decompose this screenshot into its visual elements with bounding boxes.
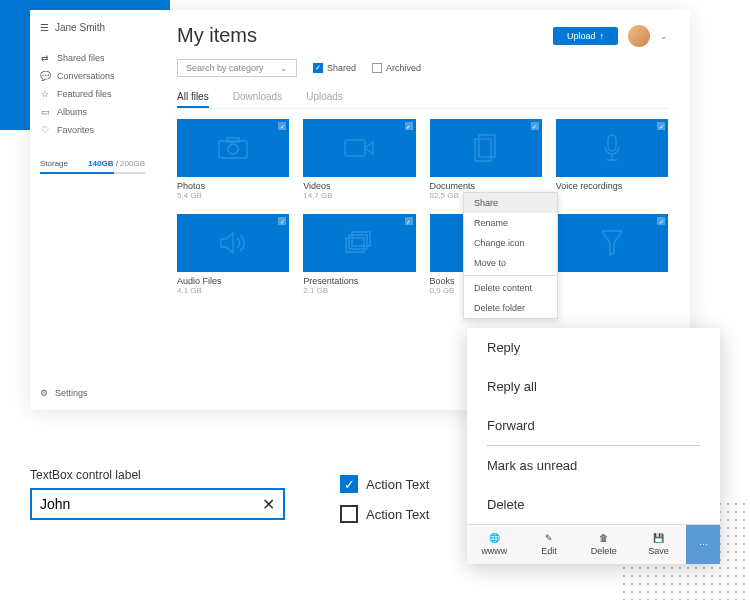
tab-downloads[interactable]: Downloads [233,87,282,108]
sidebar-item-shared[interactable]: ⇄Shared files [40,49,145,67]
card-thumb: ✓ [177,214,289,272]
checkbox-action-1[interactable]: ✓Action Text [340,475,429,493]
storage-widget: Storage 140GB / 200GB [40,159,145,174]
category-select[interactable]: Search by category⌄ [177,59,297,77]
sidebar-item-albums[interactable]: ▭Albums [40,103,145,121]
trash-icon: 🗑 [599,533,608,543]
gear-icon: ⚙ [40,388,48,398]
menu-mark-unread[interactable]: Mark as unread [467,446,720,485]
textbox-label: TextBox control label [30,468,141,482]
checkbox-icon [340,505,358,523]
globe-icon: 🌐 [489,533,500,543]
check-icon: ✓ [278,122,286,130]
card-size: 14,7 GB [303,191,415,200]
sidebar: ☰ Jane Smith ⇄Shared files 💬Conversation… [30,10,155,410]
card-thumb: ✓ [556,119,668,177]
storage-bar [40,172,145,174]
svg-rect-2 [227,138,239,142]
card-name: Presentations [303,276,415,286]
share-icon: ⇄ [40,53,50,63]
sidebar-item-conversations[interactable]: 💬Conversations [40,67,145,85]
textbox[interactable]: ✕ [30,488,285,520]
shared-checkbox[interactable]: ✓Shared [313,63,356,73]
hamburger-icon[interactable]: ☰ [40,22,49,33]
checkbox-icon: ✓ [313,63,323,73]
file-card[interactable]: ✓Voice recordings [556,119,668,200]
toolbar-edit[interactable]: ✎Edit [522,525,577,564]
checkbox-action-2[interactable]: Action Text [340,505,429,523]
ctx-rename[interactable]: Rename [464,213,557,233]
menu-reply-all[interactable]: Reply all [467,367,720,406]
card-thumb: ✓ [303,214,415,272]
card-name: Voice recordings [556,181,668,191]
textbox-input[interactable] [40,496,262,512]
sidebar-item-favorites[interactable]: ♡Favorites [40,121,145,139]
chevron-down-icon[interactable]: ⌄ [660,31,668,41]
checkbox-icon: ✓ [340,475,358,493]
ctx-delete-folder[interactable]: Delete folder [464,298,557,318]
card-thumb: ✓ [556,214,668,272]
menu-delete[interactable]: Delete [467,485,720,524]
file-card[interactable]: ✓Presentations2,1 GB [303,214,415,295]
archived-checkbox[interactable]: Archived [372,63,421,73]
card-name: Videos [303,181,415,191]
action-toolbar: 🌐wwww ✎Edit 🗑Delete 💾Save ⋯ [467,524,720,564]
ctx-share[interactable]: Share [464,193,557,213]
toolbar-wwww[interactable]: 🌐wwww [467,525,522,564]
check-icon: ✓ [657,122,665,130]
check-icon: ✓ [405,122,413,130]
card-thumb: ✓ [303,119,415,177]
card-size: 4,1 GB [177,286,289,295]
tabs: All files Downloads Uploads [177,87,668,109]
file-card[interactable]: ✓Videos14,7 GB [303,119,415,200]
ctx-delete-content[interactable]: Delete content [464,278,557,298]
avatar[interactable] [628,25,650,47]
svg-rect-3 [345,140,365,156]
upload-icon: ↑ [600,31,605,41]
user-header[interactable]: ☰ Jane Smith [40,22,145,33]
card-thumb: ✓ [177,119,289,177]
toolbar-save[interactable]: 💾Save [631,525,686,564]
storage-label: Storage [40,159,68,168]
card-name: Audio Files [177,276,289,286]
file-card[interactable]: ✓ [556,214,668,295]
toolbar-delete[interactable]: 🗑Delete [577,525,632,564]
save-icon: 💾 [653,533,664,543]
clear-icon[interactable]: ✕ [262,495,275,514]
upload-button[interactable]: Upload↑ [553,27,618,45]
svg-rect-6 [608,135,616,151]
file-card[interactable]: ✓Audio Files4,1 GB [177,214,289,295]
star-icon: ☆ [40,89,50,99]
card-size: 5,4 GB [177,191,289,200]
sidebar-item-featured[interactable]: ☆Featured files [40,85,145,103]
tab-uploads[interactable]: Uploads [306,87,343,108]
card-size: 2,1 GB [303,286,415,295]
card-name: Photos [177,181,289,191]
card-thumb: ✓ [430,119,542,177]
heart-icon: ♡ [40,125,50,135]
menu-forward[interactable]: Forward [467,406,720,445]
tab-all-files[interactable]: All files [177,87,209,108]
chat-icon: 💬 [40,71,50,81]
more-icon: ⋯ [699,540,708,550]
svg-point-1 [228,144,238,154]
ctx-move-to[interactable]: Move to [464,253,557,273]
chevron-down-icon: ⌄ [280,63,288,73]
sidebar-settings[interactable]: ⚙Settings [40,388,88,398]
ctx-change-icon[interactable]: Change icon [464,233,557,253]
pencil-icon: ✎ [545,533,553,543]
check-icon: ✓ [531,122,539,130]
menu-reply[interactable]: Reply [467,328,720,367]
check-icon: ✓ [405,217,413,225]
storage-used: 140GB [88,159,113,168]
file-card[interactable]: ✓Documents82,5 GB [430,119,542,200]
check-icon: ✓ [278,217,286,225]
context-menu: Share Rename Change icon Move to Delete … [463,192,558,319]
check-icon: ✓ [657,217,665,225]
page-title: My items [177,24,257,47]
toolbar-more[interactable]: ⋯ [686,525,720,564]
album-icon: ▭ [40,107,50,117]
action-menu: Reply Reply all Forward Mark as unread D… [467,328,720,564]
checkbox-icon [372,63,382,73]
file-card[interactable]: ✓Photos5,4 GB [177,119,289,200]
